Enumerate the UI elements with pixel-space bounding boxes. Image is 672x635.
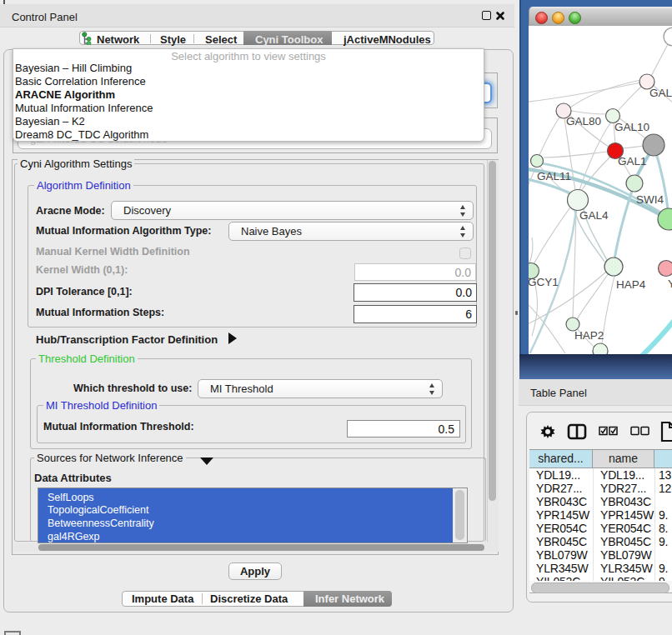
svg-text:GAL4: GAL4 (579, 209, 609, 222)
svg-text:GAL1: GAL1 (618, 155, 647, 168)
svg-text:Y: Y (668, 278, 672, 290)
svg-text:GAL80: GAL80 (566, 115, 601, 128)
svg-text:GAL2: GAL2 (649, 87, 672, 99)
svg-text:GAL10: GAL10 (614, 121, 649, 133)
svg-text:HAP4: HAP4 (616, 278, 646, 291)
svg-text:GCY1: GCY1 (529, 276, 559, 288)
svg-text:SWI4: SWI4 (636, 193, 664, 206)
svg-text:HAP2: HAP2 (574, 329, 604, 342)
svg-text:GAL11: GAL11 (537, 170, 571, 182)
